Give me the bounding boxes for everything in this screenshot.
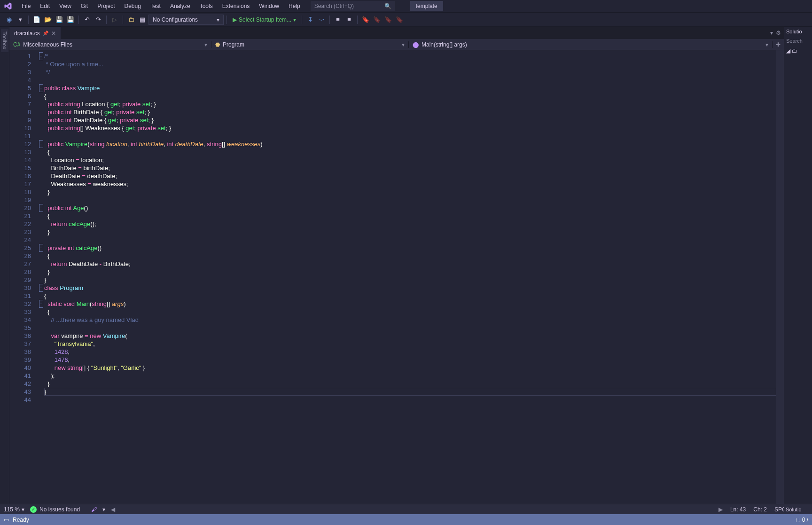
tree-toggle[interactable]: ◢ 🗀	[784, 46, 812, 56]
save-button[interactable]: 💾	[54, 15, 64, 25]
method-dropdown[interactable]: ⬤ Main(string[] args) ▾	[409, 41, 773, 48]
separator	[329, 16, 330, 24]
separator	[302, 16, 302, 24]
step-into-button[interactable]: ↧	[305, 15, 315, 25]
fold-toggle[interactable]: −	[39, 140, 43, 148]
solution-explorer-panel[interactable]: Solutio Search ◢ 🗀	[784, 27, 812, 504]
line-number-gutter: 1234567891011121314151617181920212223242…	[9, 50, 38, 504]
chevron-down-icon[interactable]: ▾	[102, 506, 105, 513]
redo-button[interactable]: ↷	[93, 15, 103, 25]
menu-analyze[interactable]: Analyze	[165, 1, 195, 11]
vertical-scrollbar[interactable]	[776, 50, 784, 504]
fold-toggle[interactable]: −	[39, 284, 43, 292]
fold-toggle[interactable]: −	[39, 204, 43, 212]
code-content[interactable]: /* * Once upon a time... */ public class…	[44, 50, 776, 504]
method-icon: ⬤	[413, 41, 419, 48]
separator	[106, 16, 107, 24]
issues-label: No issues found	[39, 506, 80, 513]
menu-view[interactable]: View	[55, 1, 76, 11]
menu-debug[interactable]: Debug	[120, 1, 146, 11]
undo-button[interactable]: ↶	[82, 15, 92, 25]
step-over-button[interactable]: ⤻	[316, 15, 327, 25]
fold-toggle[interactable]: −	[39, 84, 43, 92]
menu-file[interactable]: File	[17, 1, 35, 11]
chevron-down-icon[interactable]: ▾	[770, 30, 773, 36]
menu-project[interactable]: Project	[93, 1, 119, 11]
back-button[interactable]: ◉	[4, 15, 14, 25]
scroll-left-icon[interactable]: ◀	[111, 506, 115, 513]
open-file-button[interactable]: 📂	[43, 15, 53, 25]
scope-dropdown[interactable]: C# Miscellaneous Files ▾	[9, 41, 211, 48]
menu-git[interactable]: Git	[76, 1, 93, 11]
play-icon: ▶	[233, 16, 237, 23]
menu-tools[interactable]: Tools	[195, 1, 218, 11]
config-label: No Configurations	[153, 16, 198, 23]
solution-footer-tab[interactable]: Solutic	[784, 504, 812, 514]
bookmark-nav-button[interactable]: 🔖	[372, 15, 382, 25]
new-file-button[interactable]: 📄	[31, 15, 42, 25]
separator	[28, 16, 29, 24]
solution-footer-label: Solutic	[786, 507, 801, 512]
fold-toggle[interactable]: −	[39, 300, 43, 308]
bookmark-nav-button[interactable]: 🔖	[383, 15, 393, 25]
menu-window[interactable]: Window	[254, 1, 284, 11]
start-button[interactable]: ▷	[109, 15, 120, 25]
main-area: Toolbox dracula.cs 📌 ✕ ▾ ⚙ C# Miscellane…	[0, 27, 812, 504]
cursor-col[interactable]: Ch: 2	[753, 506, 767, 513]
file-tab[interactable]: dracula.cs 📌 ✕	[9, 27, 61, 39]
split-view-button[interactable]: ✚	[773, 41, 784, 48]
chevron-down-icon: ▾	[217, 16, 219, 23]
fold-toggle[interactable]: −	[39, 244, 43, 252]
scope-label: Miscellaneous Files	[23, 41, 72, 48]
tab-right-controls: ▾ ⚙	[767, 30, 784, 36]
separator	[357, 16, 358, 24]
issues-button[interactable]: ✓ No issues found	[30, 506, 80, 513]
pin-icon[interactable]: 📌	[43, 31, 48, 36]
bookmark-button[interactable]: 🔖	[360, 15, 371, 25]
chevron-down-icon: ▾	[765, 41, 768, 48]
navigation-bar: C# Miscellaneous Files ▾ ⬣ Program ▾ ⬤ M…	[9, 39, 784, 50]
editor-status-bar: 115 % ▾ ✓ No issues found 🖌 ▾ ◀ ▶ Ln: 43…	[0, 504, 812, 514]
check-icon: ✓	[30, 506, 37, 513]
ide-status-bar: ▭ Ready ↑↓ 0 /	[0, 514, 812, 525]
close-icon[interactable]: ✕	[51, 30, 56, 37]
error-count[interactable]: ↑↓ 0 /	[795, 517, 808, 523]
output-icon[interactable]: ▭	[4, 517, 9, 523]
layout-button[interactable]: ▤	[137, 15, 148, 25]
search-input[interactable]: Search (Ctrl+Q) 🔍	[311, 1, 395, 11]
folder-button[interactable]: 🗀	[126, 15, 136, 25]
scroll-right-icon[interactable]: ▶	[718, 506, 723, 513]
menu-items: FileEditViewGitProjectDebugTestAnalyzeTo…	[17, 1, 305, 11]
config-dropdown[interactable]: No Configurations ▾	[148, 15, 224, 25]
menu-edit[interactable]: Edit	[35, 1, 55, 11]
brush-icon[interactable]: 🖌	[91, 506, 97, 513]
csharp-icon: C#	[13, 41, 20, 48]
chevron-down-icon: ▾	[293, 16, 296, 23]
indent-more-button[interactable]: ≡	[344, 15, 354, 25]
class-dropdown[interactable]: ⬣ Program ▾	[211, 41, 409, 48]
startup-button[interactable]: ▶ Select Startup Item... ▾	[230, 16, 299, 23]
toolbox-panel[interactable]: Toolbox	[0, 27, 9, 504]
gear-icon[interactable]: ⚙	[776, 30, 781, 36]
solution-name-button[interactable]: template	[410, 1, 443, 11]
separator	[123, 16, 123, 24]
editor-column: dracula.cs 📌 ✕ ▾ ⚙ C# Miscellaneous File…	[9, 27, 784, 504]
zoom-button[interactable]: 115 % ▾	[4, 506, 24, 513]
panel-search[interactable]: Search	[784, 36, 812, 46]
back-arrow[interactable]: ▾	[15, 15, 25, 25]
menu-extensions[interactable]: Extensions	[218, 1, 255, 11]
save-all-button[interactable]: 💾	[65, 15, 76, 25]
indent-less-button[interactable]: ≡	[333, 15, 343, 25]
menubar: FileEditViewGitProjectDebugTestAnalyzeTo…	[0, 0, 812, 13]
method-label: Main(string[] args)	[422, 41, 467, 48]
menu-help[interactable]: Help	[284, 1, 305, 11]
fold-toggle[interactable]: −	[39, 52, 43, 60]
chevron-down-icon: ▾	[22, 506, 24, 513]
menu-test[interactable]: Test	[146, 1, 165, 11]
cursor-line[interactable]: Ln: 43	[730, 506, 746, 513]
class-icon: ⬣	[215, 41, 220, 48]
bookmark-nav-button[interactable]: 🔖	[394, 15, 405, 25]
code-editor[interactable]: 1234567891011121314151617181920212223242…	[9, 50, 784, 504]
status-ready: Ready	[13, 517, 29, 523]
vs-logo-icon	[4, 2, 12, 10]
